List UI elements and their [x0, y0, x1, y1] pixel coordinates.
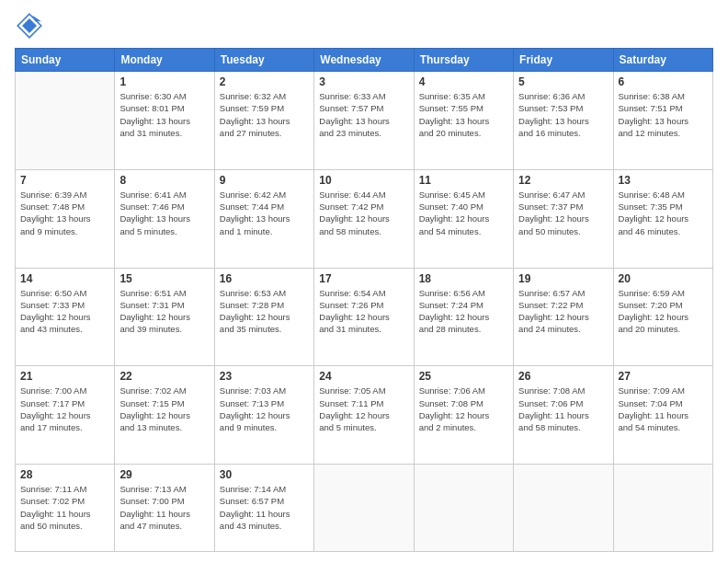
- logo: [15, 11, 48, 40]
- calendar-cell: 12Sunrise: 6:47 AM Sunset: 7:37 PM Dayli…: [514, 169, 613, 268]
- calendar-cell: 16Sunrise: 6:53 AM Sunset: 7:28 PM Dayli…: [214, 268, 313, 366]
- weekday-header-thursday: Thursday: [414, 49, 513, 72]
- week-row-5: 28Sunrise: 7:11 AM Sunset: 7:02 PM Dayli…: [16, 465, 713, 552]
- day-info: Sunrise: 6:38 AM Sunset: 7:51 PM Dayligh…: [619, 90, 708, 139]
- day-info: Sunrise: 7:00 AM Sunset: 7:17 PM Dayligh…: [20, 385, 109, 433]
- day-info: Sunrise: 6:39 AM Sunset: 7:48 PM Dayligh…: [20, 189, 109, 237]
- calendar-cell: 14Sunrise: 6:50 AM Sunset: 7:33 PM Dayli…: [16, 268, 115, 366]
- day-number: 13: [619, 174, 708, 187]
- day-info: Sunrise: 6:54 AM Sunset: 7:26 PM Dayligh…: [319, 287, 408, 336]
- weekday-header-tuesday: Tuesday: [214, 49, 313, 72]
- calendar-cell: 15Sunrise: 6:51 AM Sunset: 7:31 PM Dayli…: [115, 268, 214, 366]
- header: [15, 11, 713, 40]
- calendar-cell: [613, 465, 712, 552]
- day-info: Sunrise: 6:32 AM Sunset: 7:59 PM Dayligh…: [220, 90, 309, 139]
- calendar-cell: 7Sunrise: 6:39 AM Sunset: 7:48 PM Daylig…: [16, 169, 115, 268]
- calendar-cell: 2Sunrise: 6:32 AM Sunset: 7:59 PM Daylig…: [214, 72, 313, 170]
- calendar-cell: 3Sunrise: 6:33 AM Sunset: 7:57 PM Daylig…: [314, 72, 414, 170]
- calendar-cell: 6Sunrise: 6:38 AM Sunset: 7:51 PM Daylig…: [613, 72, 712, 170]
- weekday-header-wednesday: Wednesday: [314, 49, 414, 72]
- day-number: 5: [518, 75, 608, 88]
- calendar-table: SundayMondayTuesdayWednesdayThursdayFrid…: [15, 48, 713, 552]
- calendar-cell: 19Sunrise: 6:57 AM Sunset: 7:22 PM Dayli…: [514, 268, 613, 366]
- weekday-header-friday: Friday: [514, 49, 613, 72]
- day-info: Sunrise: 6:44 AM Sunset: 7:42 PM Dayligh…: [319, 189, 408, 237]
- calendar-cell: 5Sunrise: 6:36 AM Sunset: 7:53 PM Daylig…: [514, 72, 613, 170]
- calendar-cell: [514, 465, 613, 552]
- day-number: 20: [619, 272, 708, 285]
- day-number: 25: [419, 370, 508, 383]
- day-number: 30: [220, 468, 309, 481]
- day-number: 9: [220, 174, 309, 187]
- day-info: Sunrise: 6:48 AM Sunset: 7:35 PM Dayligh…: [619, 189, 708, 237]
- week-row-1: 1Sunrise: 6:30 AM Sunset: 8:01 PM Daylig…: [16, 72, 713, 170]
- calendar-cell: 13Sunrise: 6:48 AM Sunset: 7:35 PM Dayli…: [613, 169, 712, 268]
- weekday-header-sunday: Sunday: [16, 49, 115, 72]
- day-info: Sunrise: 6:47 AM Sunset: 7:37 PM Dayligh…: [518, 189, 608, 237]
- day-number: 22: [119, 370, 209, 383]
- day-info: Sunrise: 7:11 AM Sunset: 7:02 PM Dayligh…: [20, 483, 109, 532]
- calendar-cell: [314, 465, 414, 552]
- weekday-header-row: SundayMondayTuesdayWednesdayThursdayFrid…: [16, 49, 713, 72]
- calendar-cell: 17Sunrise: 6:54 AM Sunset: 7:26 PM Dayli…: [314, 268, 414, 366]
- week-row-4: 21Sunrise: 7:00 AM Sunset: 7:17 PM Dayli…: [16, 366, 713, 465]
- day-info: Sunrise: 6:36 AM Sunset: 7:53 PM Dayligh…: [518, 90, 608, 139]
- day-info: Sunrise: 6:53 AM Sunset: 7:28 PM Dayligh…: [220, 287, 309, 336]
- day-number: 6: [619, 75, 708, 88]
- day-number: 8: [119, 174, 209, 187]
- day-info: Sunrise: 6:56 AM Sunset: 7:24 PM Dayligh…: [419, 287, 508, 336]
- day-number: 4: [419, 75, 508, 88]
- calendar-cell: [414, 465, 513, 552]
- day-number: 1: [119, 75, 209, 88]
- day-number: 26: [518, 370, 608, 383]
- calendar-cell: 20Sunrise: 6:59 AM Sunset: 7:20 PM Dayli…: [613, 268, 712, 366]
- day-number: 12: [518, 174, 608, 187]
- calendar-cell: 28Sunrise: 7:11 AM Sunset: 7:02 PM Dayli…: [16, 465, 115, 552]
- day-info: Sunrise: 7:05 AM Sunset: 7:11 PM Dayligh…: [319, 385, 408, 433]
- day-number: 18: [419, 272, 508, 285]
- day-info: Sunrise: 7:03 AM Sunset: 7:13 PM Dayligh…: [220, 385, 309, 433]
- day-number: 11: [419, 174, 508, 187]
- page: SundayMondayTuesdayWednesdayThursdayFrid…: [0, 0, 728, 563]
- day-info: Sunrise: 6:35 AM Sunset: 7:55 PM Dayligh…: [419, 90, 508, 139]
- day-info: Sunrise: 6:30 AM Sunset: 8:01 PM Dayligh…: [119, 90, 209, 139]
- day-number: 2: [220, 75, 309, 88]
- calendar-cell: 18Sunrise: 6:56 AM Sunset: 7:24 PM Dayli…: [414, 268, 513, 366]
- day-number: 7: [20, 174, 109, 187]
- calendar-cell: 4Sunrise: 6:35 AM Sunset: 7:55 PM Daylig…: [414, 72, 513, 170]
- day-info: Sunrise: 6:41 AM Sunset: 7:46 PM Dayligh…: [119, 189, 209, 237]
- week-row-2: 7Sunrise: 6:39 AM Sunset: 7:48 PM Daylig…: [16, 169, 713, 268]
- day-info: Sunrise: 6:42 AM Sunset: 7:44 PM Dayligh…: [220, 189, 309, 237]
- day-number: 17: [319, 272, 408, 285]
- day-info: Sunrise: 6:33 AM Sunset: 7:57 PM Dayligh…: [319, 90, 408, 139]
- calendar-cell: 27Sunrise: 7:09 AM Sunset: 7:04 PM Dayli…: [613, 366, 712, 465]
- day-number: 27: [619, 370, 708, 383]
- calendar-cell: 9Sunrise: 6:42 AM Sunset: 7:44 PM Daylig…: [214, 169, 313, 268]
- calendar-cell: 1Sunrise: 6:30 AM Sunset: 8:01 PM Daylig…: [115, 72, 214, 170]
- calendar-cell: 23Sunrise: 7:03 AM Sunset: 7:13 PM Dayli…: [214, 366, 313, 465]
- svg-marker-1: [22, 18, 37, 33]
- day-number: 21: [20, 370, 109, 383]
- day-number: 3: [319, 75, 408, 88]
- day-info: Sunrise: 6:59 AM Sunset: 7:20 PM Dayligh…: [619, 287, 708, 336]
- day-number: 15: [119, 272, 209, 285]
- calendar-cell: 8Sunrise: 6:41 AM Sunset: 7:46 PM Daylig…: [115, 169, 214, 268]
- day-info: Sunrise: 6:50 AM Sunset: 7:33 PM Dayligh…: [20, 287, 109, 336]
- day-number: 29: [119, 468, 209, 481]
- day-info: Sunrise: 6:51 AM Sunset: 7:31 PM Dayligh…: [119, 287, 209, 336]
- calendar-cell: 29Sunrise: 7:13 AM Sunset: 7:00 PM Dayli…: [115, 465, 214, 552]
- weekday-header-monday: Monday: [115, 49, 214, 72]
- day-number: 28: [20, 468, 109, 481]
- day-info: Sunrise: 7:13 AM Sunset: 7:00 PM Dayligh…: [119, 483, 209, 532]
- week-row-3: 14Sunrise: 6:50 AM Sunset: 7:33 PM Dayli…: [16, 268, 713, 366]
- day-number: 19: [518, 272, 608, 285]
- calendar-cell: 21Sunrise: 7:00 AM Sunset: 7:17 PM Dayli…: [16, 366, 115, 465]
- calendar-cell: 22Sunrise: 7:02 AM Sunset: 7:15 PM Dayli…: [115, 366, 214, 465]
- day-number: 23: [220, 370, 309, 383]
- calendar-cell: 24Sunrise: 7:05 AM Sunset: 7:11 PM Dayli…: [314, 366, 414, 465]
- weekday-header-saturday: Saturday: [613, 49, 712, 72]
- day-info: Sunrise: 6:57 AM Sunset: 7:22 PM Dayligh…: [518, 287, 608, 336]
- day-info: Sunrise: 7:02 AM Sunset: 7:15 PM Dayligh…: [119, 385, 209, 433]
- day-info: Sunrise: 7:14 AM Sunset: 6:57 PM Dayligh…: [220, 483, 309, 532]
- calendar-cell: 26Sunrise: 7:08 AM Sunset: 7:06 PM Dayli…: [514, 366, 613, 465]
